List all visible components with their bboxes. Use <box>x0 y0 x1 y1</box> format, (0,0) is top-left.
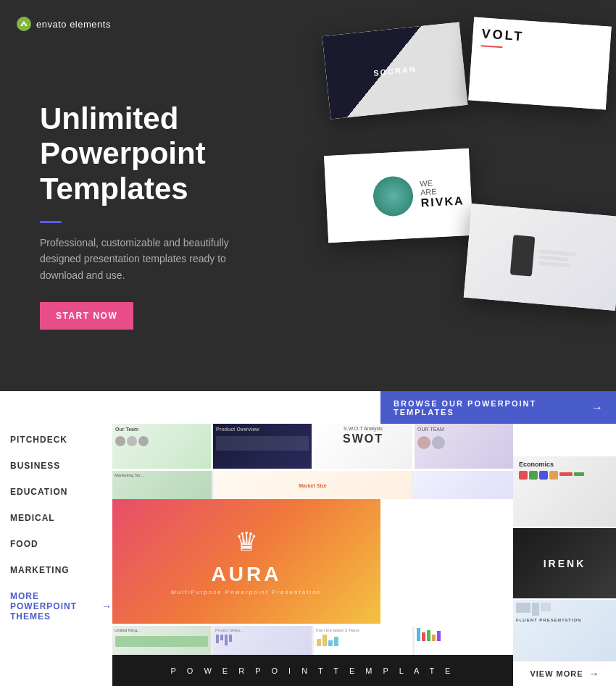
browse-banner-arrow-icon: → <box>591 401 603 414</box>
b-slide-3-label: from the latest 3 Years <box>314 626 412 635</box>
browse-banner: BROWSE OUR POWERPOINT TEMPLATES → <box>380 391 616 424</box>
mini-slide-product: Product Overview <box>213 424 312 469</box>
team-label: Our Team <box>112 424 211 435</box>
team2-icons <box>415 435 513 451</box>
rivka-name: RIVKA <box>420 194 465 209</box>
right-thumbs: Economics IRENK <box>513 456 616 686</box>
browse-section: PITCHDECK BUSINESS EDUCATION MEDICAL FOO… <box>0 391 616 686</box>
slide-market: Marketing Str... <box>112 471 212 499</box>
mobile-fill <box>464 204 616 311</box>
product-label: Product Overview <box>213 424 312 435</box>
aura-crown-icon: ♛ <box>235 527 258 557</box>
logo-text: envato elements <box>36 19 111 30</box>
economics-icons <box>519 471 610 480</box>
nav-item-marketing[interactable]: MARKETING <box>10 565 112 575</box>
aura-subtitle: MultiPurpose Powerpoint Presentation <box>171 589 322 595</box>
hero-divider <box>40 221 62 223</box>
nav-item-food[interactable]: FOOD <box>10 539 112 549</box>
svg-point-0 <box>17 17 31 31</box>
team2-label: OUR TEAM <box>415 424 513 435</box>
b-slide-4-bars <box>415 626 513 643</box>
hero-section: envato elements Unlimited Powerpoint Tem… <box>0 0 616 391</box>
sidebar-nav: PITCHDECK BUSINESS EDUCATION MEDICAL FOO… <box>0 391 112 686</box>
view-more-arrow-icon: → <box>589 668 599 679</box>
swot-content: S.W.O.T Analysis SWOT <box>314 424 412 448</box>
rivka-fill: WE ARE RIVKA <box>324 149 473 243</box>
right-thumb-irenk[interactable]: IRENK <box>513 528 616 600</box>
bottom-thumbs-row: United King... Project Miles... f <box>112 626 513 656</box>
b-slide-3-bars <box>314 635 412 646</box>
volt-fill: VOLT <box>468 17 612 110</box>
market-label: Marketing Str... <box>115 473 143 477</box>
team-icons <box>112 435 211 448</box>
fluent-label: FLUENT PRESENTATION <box>516 618 613 622</box>
volt-title: VOLT <box>481 26 525 44</box>
logo: envato elements <box>16 16 111 32</box>
rivka-text-block: WE ARE RIVKA <box>420 177 465 209</box>
nav-item-pitchdeck[interactable]: PITCHDECK <box>10 435 112 445</box>
aura-title: AURA <box>212 563 282 586</box>
slide-card-rivka: WE ARE RIVKA <box>324 149 473 243</box>
b-slide-2: Project Miles... <box>213 626 312 656</box>
b-slide-3: from the latest 3 Years <box>314 626 412 656</box>
nav-item-business[interactable]: BUSINESS <box>10 461 112 471</box>
main-content: BROWSE OUR POWERPOINT TEMPLATES → Our Te… <box>112 391 616 686</box>
start-now-button[interactable]: START NOW <box>40 302 133 330</box>
slide-card-volt: VOLT <box>468 17 612 110</box>
view-more-bar[interactable]: VIEW MORE → <box>513 661 616 686</box>
slide-card-socran: SOCRAN <box>322 22 468 119</box>
right-thumb-economics[interactable]: Economics <box>513 456 616 528</box>
view-more-text: VIEW MORE <box>530 669 583 678</box>
volt-underline <box>480 45 502 48</box>
powerpoint-template-strip: P O W E R P O I N T T E M P L A T E <box>112 655 513 686</box>
browse-banner-text: BROWSE OUR POWERPOINT TEMPLATES <box>394 399 591 417</box>
irenk-label: IRENK <box>544 558 586 569</box>
middle-thumbs-row: Marketing Str... Market Size <box>112 471 513 499</box>
fluent-device-icons <box>516 603 613 616</box>
b-slide-4 <box>415 626 513 656</box>
hero-content: Unlimited Powerpoint Templates Professio… <box>40 101 315 330</box>
featured-area: Our Team Product Overview S.W.O.T <box>112 424 513 686</box>
strip-text: P O W E R P O I N T T E M P L A T E <box>171 666 455 675</box>
aura-featured-card[interactable]: ♛ AURA MultiPurpose Powerpoint Presentat… <box>112 499 380 623</box>
template-grid: Our Team Product Overview S.W.O.T <box>112 424 616 686</box>
slide-market-right <box>414 471 513 499</box>
slide-aura-preview: Market Size <box>214 471 412 499</box>
envato-logo-icon <box>16 16 32 32</box>
hero-subtitle: Professional, customizable and beautiful… <box>40 235 257 283</box>
b-slide-1-label: United King... <box>112 626 211 635</box>
rivka-circle <box>372 175 415 217</box>
nav-item-medical[interactable]: MEDICAL <box>10 513 112 523</box>
phone-icon <box>510 235 536 276</box>
hero-images: SOCRAN VOLT WE ARE RIVKA <box>290 7 616 384</box>
mini-slide-swot: S.W.O.T Analysis SWOT <box>314 424 412 469</box>
b-slide-bars <box>213 635 312 645</box>
hero-title: Unlimited Powerpoint Templates <box>40 101 315 206</box>
mini-slide-team: Our Team <box>112 424 211 469</box>
mobile-bars <box>538 249 576 267</box>
economics-label: Economics <box>519 461 610 468</box>
mini-slide-team2: OUR TEAM <box>415 424 513 469</box>
b-slide-2-label: Project Miles... <box>213 626 312 635</box>
more-powerpoint-themes-link[interactable]: MORE POWERPOINT THEMES <box>10 591 112 622</box>
economics-content: Economics <box>513 456 616 527</box>
irenk-content: IRENK <box>513 528 616 598</box>
aura-preview-label: Market Size <box>299 482 327 488</box>
b-slide-1: United King... <box>112 626 211 656</box>
top-thumbs-row: Our Team Product Overview S.W.O.T <box>112 424 513 469</box>
nav-item-education[interactable]: EDUCATION <box>10 487 112 497</box>
slide-card-mobile <box>464 204 616 311</box>
rivka-we: WE <box>420 179 433 188</box>
